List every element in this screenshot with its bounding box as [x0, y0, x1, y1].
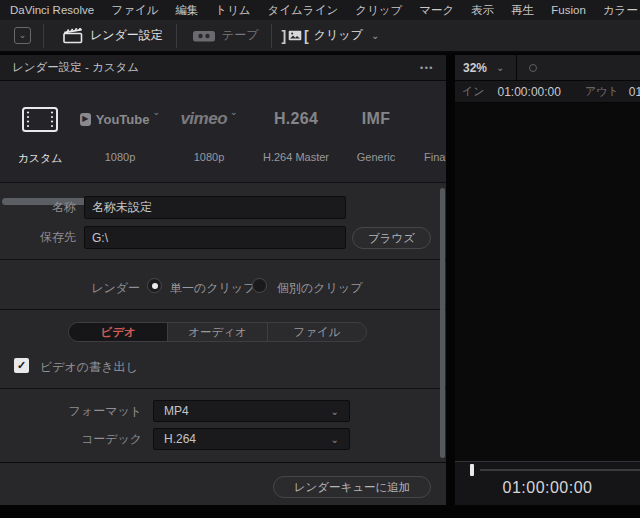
clip-label: クリップ — [314, 27, 363, 44]
deliver-toolbar: ⌄ レンダー設定 テープ ] — [0, 20, 640, 53]
toolbar-divider — [176, 24, 177, 48]
name-label: 名称 — [0, 199, 76, 216]
viewer-panel: 32% ⌄ イン 01:00:00:00 アウト 01: 01:00:00:00 — [455, 55, 640, 505]
preset-label: 1080p — [168, 151, 250, 163]
menu-item-edit[interactable]: 編集 — [175, 3, 198, 18]
chevron-down-icon: ⌄ — [371, 31, 379, 41]
single-clip-radio-label: 単一のクリップ — [170, 280, 255, 297]
in-timecode: 01:00:00:00 — [498, 85, 561, 99]
status-circle-icon — [529, 64, 537, 72]
preset-custom[interactable]: カスタム — [0, 81, 80, 183]
viewer-topbar: 32% ⌄ — [455, 55, 640, 81]
divider — [0, 309, 446, 310]
menu-item-file[interactable]: ファイル — [111, 3, 158, 18]
preset-logo: IMF — [362, 110, 390, 128]
tab-video-label: ビデオ — [101, 325, 136, 340]
format-value: MP4 — [164, 404, 189, 418]
youtube-play-icon: ▶ — [80, 113, 91, 126]
menu-item-color[interactable]: カラー — [603, 3, 638, 18]
clapperboard-icon — [63, 28, 83, 44]
menu-item-mark[interactable]: マーク — [419, 3, 454, 18]
chevron-down-icon: ⌄ — [19, 31, 27, 40]
out-timecode: 01: — [629, 85, 640, 99]
toolbar-divider — [43, 24, 44, 48]
menu-item-timeline[interactable]: タイムライン — [268, 3, 339, 18]
render-presets-strip: カスタム ▶ YouTube ⌄ 1080p vimeo ⌄ 1080p H.2… — [0, 81, 446, 183]
preset-label: Generic — [336, 151, 416, 163]
format-dropdown[interactable]: MP4 ⌄ — [153, 400, 350, 422]
preset-label: Final — [416, 151, 446, 163]
preset-logo: H.264 — [274, 110, 318, 128]
render-label: レンダー — [0, 280, 140, 297]
tab-audio[interactable]: オーディオ — [168, 323, 267, 341]
panel-bottom-bar: レンダーキューに追加 — [0, 462, 446, 505]
chevron-down-icon: ⌄ — [152, 107, 160, 117]
tape-toggle[interactable]: テープ — [192, 27, 259, 44]
toolbar-divider — [271, 24, 272, 48]
codec-label: コーデック — [0, 431, 142, 448]
menu-item-fusion[interactable]: Fusion — [551, 4, 586, 16]
render-settings-toggle[interactable]: レンダー設定 — [63, 27, 163, 44]
individual-clips-radio-label: 個別のクリップ — [277, 280, 362, 297]
tab-file[interactable]: ファイル — [268, 323, 366, 341]
chevron-down-icon: ⌄ — [331, 434, 339, 445]
form-vertical-scrollbar[interactable] — [440, 188, 445, 458]
bracket-right: [ — [304, 28, 309, 44]
current-timecode: 01:00:00:00 — [455, 479, 640, 497]
in-label: イン — [462, 84, 485, 99]
panel-toggle-icon[interactable]: ⌄ — [14, 27, 31, 44]
export-video-checkbox[interactable]: ✓ — [14, 358, 29, 373]
export-video-label: ビデオの書き出し — [40, 359, 138, 376]
panel-title: レンダー設定 - カスタム — [12, 60, 420, 75]
preset-imf[interactable]: IMF Generic — [336, 81, 416, 183]
zoom-level-value: 32% — [463, 61, 487, 75]
preset-finalcut[interactable]: Final — [416, 81, 446, 183]
viewer-transport: 01:00:00:00 — [455, 461, 640, 505]
chevron-down-icon: ⌄ — [230, 107, 238, 117]
viewer-topbar-divider — [516, 55, 517, 81]
playhead-marker[interactable] — [470, 464, 474, 476]
individual-clips-radio[interactable] — [252, 278, 267, 293]
preset-label: H.264 Master — [256, 151, 336, 163]
preset-h264[interactable]: H.264 H.264 Master — [256, 81, 336, 183]
destination-input[interactable] — [84, 226, 346, 249]
menu-bar: DaVinci Resolve ファイル 編集 トリム タイムライン クリップ … — [0, 0, 640, 20]
name-input[interactable] — [84, 196, 346, 219]
destination-label: 保存先 — [0, 229, 76, 246]
preset-youtube[interactable]: ▶ YouTube ⌄ 1080p — [80, 81, 160, 183]
bracket-left: ] — [281, 28, 286, 44]
menu-item-playback[interactable]: 再生 — [511, 3, 534, 18]
clip-render-range-selector[interactable]: ] [ クリップ ⌄ — [281, 27, 379, 44]
tape-icon — [192, 29, 216, 43]
tape-label: テープ — [222, 27, 259, 44]
single-clip-radio[interactable] — [147, 278, 162, 293]
scrub-bar[interactable] — [480, 469, 640, 471]
preset-label: 1080p — [80, 151, 160, 163]
divider — [0, 259, 446, 260]
preset-logo: YouTube — [96, 112, 150, 127]
codec-dropdown[interactable]: H.264 ⌄ — [153, 428, 350, 450]
viewer-canvas[interactable] — [455, 103, 640, 461]
codec-value: H.264 — [164, 432, 196, 446]
tab-video[interactable]: ビデオ — [69, 323, 168, 341]
add-to-render-queue-button[interactable]: レンダーキューに追加 — [273, 476, 431, 498]
custom-preset-icon — [22, 107, 58, 132]
preset-label: カスタム — [0, 151, 80, 166]
divider — [0, 388, 446, 389]
menu-item-app[interactable]: DaVinci Resolve — [10, 4, 94, 16]
options-menu-button[interactable]: ••• — [420, 63, 434, 73]
preset-vimeo[interactable]: vimeo ⌄ 1080p — [168, 81, 250, 183]
menu-item-view[interactable]: 表示 — [471, 3, 494, 18]
out-label: アウト — [585, 84, 619, 99]
menu-item-clip[interactable]: クリップ — [355, 3, 402, 18]
render-settings-label: レンダー設定 — [90, 27, 163, 44]
menu-item-trim[interactable]: トリム — [215, 3, 250, 18]
browse-button[interactable]: ブラウズ — [352, 227, 431, 249]
app-window: DaVinci Resolve ファイル 編集 トリム タイムライン クリップ … — [0, 0, 640, 518]
zoom-dropdown-button[interactable]: ⌄ — [496, 62, 504, 73]
render-settings-panel: レンダー設定 - カスタム ••• カスタム — [0, 55, 446, 505]
check-icon: ✓ — [17, 360, 26, 371]
chevron-down-icon: ⌄ — [331, 406, 339, 417]
render-tabs: ビデオ オーディオ ファイル — [68, 322, 367, 342]
preset-logo: vimeo — [180, 109, 227, 129]
